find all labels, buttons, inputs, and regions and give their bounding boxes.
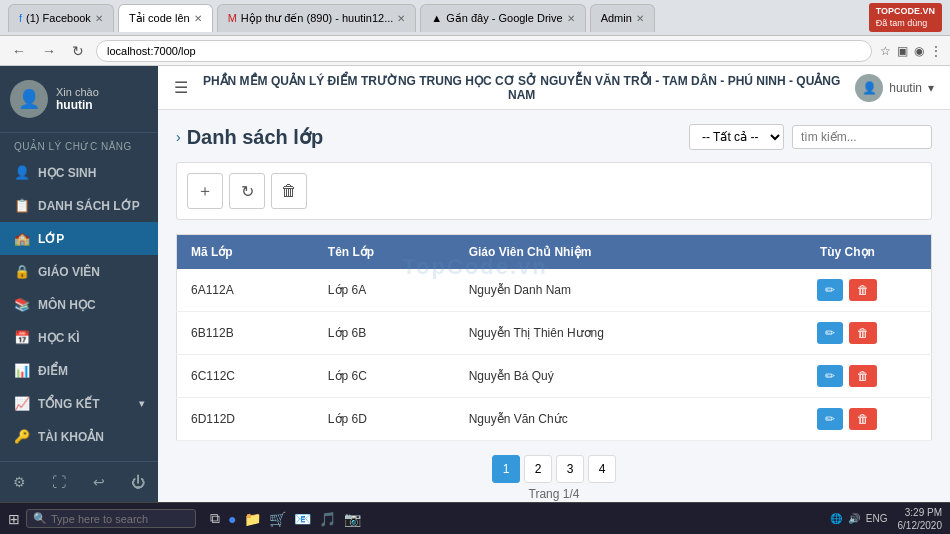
sidebar-item-label: TỔNG KẾT: [38, 397, 100, 411]
taskbar-search[interactable]: 🔍: [26, 509, 196, 528]
fullscreen-button[interactable]: ⛶: [44, 470, 74, 494]
tai-khoan-icon: 🔑: [14, 429, 30, 444]
sidebar-item-giao-vien[interactable]: 🔒 GIÁO VIÊN: [0, 255, 158, 288]
toolbar: ＋ ↻ 🗑: [176, 162, 932, 220]
tab-facebook[interactable]: f (1) Facebook ✕: [8, 4, 114, 32]
taskbar-date-value: 6/12/2020: [898, 519, 943, 532]
close-tab-facebook[interactable]: ✕: [95, 13, 103, 24]
chevron-down-icon: ▾: [139, 398, 144, 409]
sidebar-item-tai-khoan[interactable]: 🔑 TÀI KHOẢN: [0, 420, 158, 453]
page-btn-2[interactable]: 2: [524, 455, 552, 483]
hamburger-icon[interactable]: ☰: [174, 78, 188, 97]
lang-indicator: ENG: [866, 513, 888, 524]
user-avatar: 👤: [855, 74, 883, 102]
header-username: huutin: [889, 81, 922, 95]
taskbar-search-input[interactable]: [51, 513, 181, 525]
back-button[interactable]: ←: [8, 41, 30, 61]
reload-button[interactable]: ↻: [68, 41, 88, 61]
url-bar[interactable]: [96, 40, 872, 62]
edit-button[interactable]: ✏: [817, 322, 843, 344]
sidebar-item-hoc-ki[interactable]: 📅 HỌC KÌ: [0, 321, 158, 354]
danh-sach-lop-icon: 📋: [14, 198, 30, 213]
task-view-icon[interactable]: ⧉: [210, 510, 220, 527]
forward-button[interactable]: →: [38, 41, 60, 61]
sidebar-item-mon-hoc[interactable]: 📚 MÔN HỌC: [0, 288, 158, 321]
browser-chrome: f (1) Facebook ✕ Tải code lên ✕ M Hộp th…: [0, 0, 950, 36]
hoc-sinh-icon: 👤: [14, 165, 30, 180]
sidebar-item-lop[interactable]: 🏫 LỚP: [0, 222, 158, 255]
page-btn-4[interactable]: 4: [588, 455, 616, 483]
table-header-row: Mã Lớp Tên Lớp Giáo Viên Chủ Nhiệm Tùy C…: [177, 235, 932, 270]
tab-drive[interactable]: ▲ Gần đây - Google Drive ✕: [420, 4, 585, 32]
edit-button[interactable]: ✏: [817, 279, 843, 301]
giao-vien-icon: 🔒: [14, 264, 30, 279]
power-button[interactable]: ⏻: [123, 470, 153, 494]
edit-button[interactable]: ✏: [817, 365, 843, 387]
edit-button[interactable]: ✏: [817, 408, 843, 430]
delete-button[interactable]: 🗑: [849, 279, 877, 301]
page-title: Danh sách lớp: [187, 125, 323, 149]
delete-button[interactable]: 🗑: [849, 365, 877, 387]
search-input[interactable]: [792, 125, 932, 149]
table-row: 6C112C Lớp 6C Nguyễn Bá Quý ✏ 🗑: [177, 355, 932, 398]
settings-button[interactable]: ⚙: [5, 470, 34, 494]
page-body: › Danh sách lớp -- Tất cả -- Lớp 6 Lớp 7…: [158, 110, 950, 502]
sidebar-item-diem[interactable]: 📊 ĐIỂM: [0, 354, 158, 387]
search-icon: 🔍: [33, 512, 47, 525]
close-tab-drive[interactable]: ✕: [567, 13, 575, 24]
cell-actions: ✏ 🗑: [764, 269, 932, 312]
network-icon: 🌐: [830, 513, 842, 524]
explorer-icon[interactable]: 📁: [244, 511, 261, 527]
col-ten-lop: Tên Lớp: [314, 235, 455, 270]
trash-button[interactable]: 🗑: [271, 173, 307, 209]
cell-actions: ✏ 🗑: [764, 312, 932, 355]
class-filter-select[interactable]: -- Tất cả -- Lớp 6 Lớp 7 Lớp 8 Lớp 9: [689, 124, 784, 150]
mail-icon[interactable]: 📧: [294, 511, 311, 527]
sidebar-item-label: MÔN HỌC: [38, 298, 96, 312]
avatar: 👤: [10, 80, 48, 118]
store-icon[interactable]: 🛒: [269, 511, 286, 527]
page-btn-3[interactable]: 3: [556, 455, 584, 483]
add-button[interactable]: ＋: [187, 173, 223, 209]
table-row: 6A112A Lớp 6A Nguyễn Danh Nam ✏ 🗑: [177, 269, 932, 312]
chrome-icon[interactable]: ●: [228, 511, 236, 527]
cell-giao-vien: Nguyễn Thị Thiên Hương: [455, 312, 764, 355]
media-icon[interactable]: 🎵: [319, 511, 336, 527]
volume-icon: 🔊: [848, 513, 860, 524]
close-tab-admin[interactable]: ✕: [636, 13, 644, 24]
col-tuy-chon: Tùy Chọn: [764, 235, 932, 270]
sidebar-item-tong-ket[interactable]: 📈 TỔNG KẾT ▾: [0, 387, 158, 420]
refresh-button[interactable]: ↻: [229, 173, 265, 209]
windows-icon[interactable]: ⊞: [8, 511, 20, 527]
sidebar-item-label: GIÁO VIÊN: [38, 265, 100, 279]
back-home-button[interactable]: ↩: [85, 470, 113, 494]
page-info: Trang 1/4: [176, 487, 932, 501]
filter-row: -- Tất cả -- Lớp 6 Lớp 7 Lớp 8 Lớp 9: [689, 124, 932, 150]
tab-taicode[interactable]: Tải code lên ✕: [118, 4, 213, 32]
sidebar-item-label: LỚP: [38, 232, 64, 246]
tab-gmail[interactable]: M Hộp thư đến (890) - huutin12... ✕: [217, 4, 417, 32]
delete-button[interactable]: 🗑: [849, 322, 877, 344]
hoc-ki-icon: 📅: [14, 330, 30, 345]
main-content: ☰ PHẦN MỀM QUẢN LÝ ĐIỂM TRƯỜNG TRUNG HỌC…: [158, 66, 950, 502]
lop-icon: 🏫: [14, 231, 30, 246]
sidebar-item-label: TÀI KHOẢN: [38, 430, 104, 444]
delete-button[interactable]: 🗑: [849, 408, 877, 430]
taskbar-sys-icons: 🌐 🔊 ENG: [830, 513, 888, 524]
cell-giao-vien: Nguyễn Danh Nam: [455, 269, 764, 312]
breadcrumb-arrow-icon: ›: [176, 129, 181, 145]
sidebar-item-danh-sach-lop[interactable]: 📋 DANH SÁCH LỚP: [0, 189, 158, 222]
extension-icon: ▣: [897, 44, 908, 58]
top-header: ☰ PHẦN MỀM QUẢN LÝ ĐIỂM TRƯỜNG TRUNG HỌC…: [158, 66, 950, 110]
cell-actions: ✏ 🗑: [764, 355, 932, 398]
sidebar-item-label: HỌC KÌ: [38, 331, 80, 345]
close-tab-taicode[interactable]: ✕: [194, 13, 202, 24]
user-dropdown-arrow[interactable]: ▾: [928, 81, 934, 95]
page-btn-1[interactable]: 1: [492, 455, 520, 483]
close-tab-gmail[interactable]: ✕: [397, 13, 405, 24]
app-icon[interactable]: 📷: [344, 511, 361, 527]
tab-admin[interactable]: Admin ✕: [590, 4, 655, 32]
sidebar-item-hoc-sinh[interactable]: 👤 HỌC SINH: [0, 156, 158, 189]
user-badge: 👤 huutin ▾: [855, 74, 934, 102]
app-container: 👤 Xin chào huutin QUẢN LÝ CHỨC NĂNG 👤 HỌ…: [0, 66, 950, 502]
